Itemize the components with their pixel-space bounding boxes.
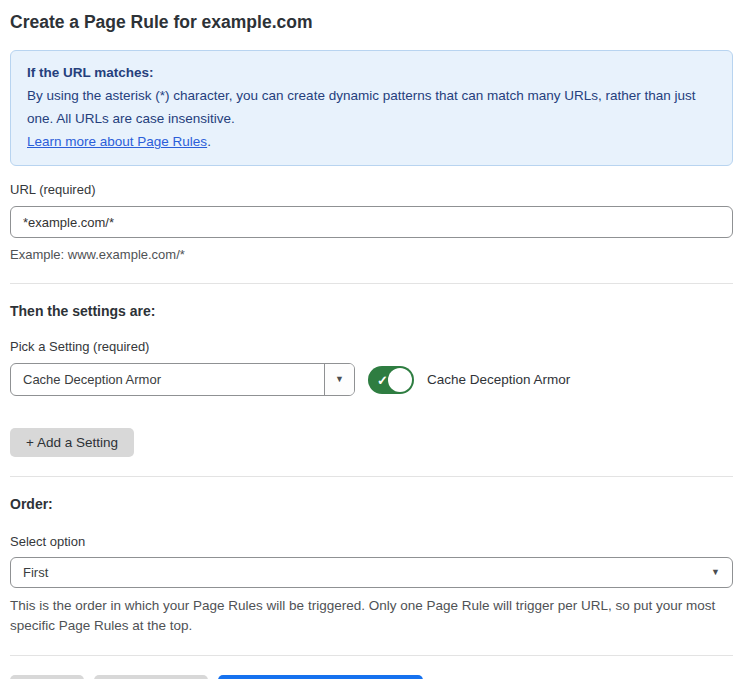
- cancel-button[interactable]: Cancel: [10, 675, 84, 679]
- setting-row: Cache Deception Armor ▼ ✓ Cache Deceptio…: [10, 363, 733, 396]
- divider: [10, 476, 733, 477]
- footer-actions: Cancel Save as Draft Save and Deploy Pag…: [10, 675, 733, 679]
- url-input[interactable]: [10, 206, 733, 238]
- chevron-down-icon: ▼: [711, 568, 720, 577]
- link-period: .: [207, 134, 211, 149]
- divider: [10, 283, 733, 284]
- order-select-value: First: [23, 565, 48, 580]
- url-example-helper: Example: www.example.com/*: [10, 245, 733, 264]
- page-rule-form: Create a Page Rule for example.com If th…: [10, 0, 733, 679]
- add-setting-button[interactable]: + Add a Setting: [10, 428, 134, 457]
- order-select[interactable]: First ▼: [10, 557, 733, 588]
- url-match-info-box: If the URL matches: By using the asteris…: [10, 50, 733, 166]
- save-and-deploy-button[interactable]: Save and Deploy Page Rule: [218, 675, 424, 679]
- order-helper-text: This is the order in which your Page Rul…: [10, 596, 733, 636]
- cache-deception-armor-toggle[interactable]: ✓: [368, 366, 414, 394]
- setting-dropdown[interactable]: Cache Deception Armor ▼: [10, 363, 355, 396]
- toggle-label: Cache Deception Armor: [427, 372, 570, 387]
- url-field-label: URL (required): [10, 182, 733, 197]
- info-box-heading: If the URL matches:: [27, 61, 716, 84]
- setting-dropdown-arrow-button[interactable]: ▼: [324, 364, 354, 395]
- info-box-link-line: Learn more about Page Rules.: [27, 130, 716, 153]
- setting-dropdown-value: Cache Deception Armor: [11, 364, 324, 395]
- page-title: Create a Page Rule for example.com: [10, 12, 733, 33]
- settings-section-heading: Then the settings are:: [10, 303, 733, 319]
- info-box-body: By using the asterisk (*) character, you…: [27, 84, 716, 130]
- divider: [10, 655, 733, 656]
- order-section-heading: Order:: [10, 496, 733, 512]
- pick-setting-label: Pick a Setting (required): [10, 339, 733, 354]
- save-as-draft-button[interactable]: Save as Draft: [94, 675, 208, 679]
- learn-more-link[interactable]: Learn more about Page Rules: [27, 134, 207, 149]
- toggle-knob: [388, 368, 412, 392]
- select-option-label: Select option: [10, 534, 733, 549]
- chevron-down-icon: ▼: [335, 375, 344, 384]
- check-icon: ✓: [377, 372, 388, 387]
